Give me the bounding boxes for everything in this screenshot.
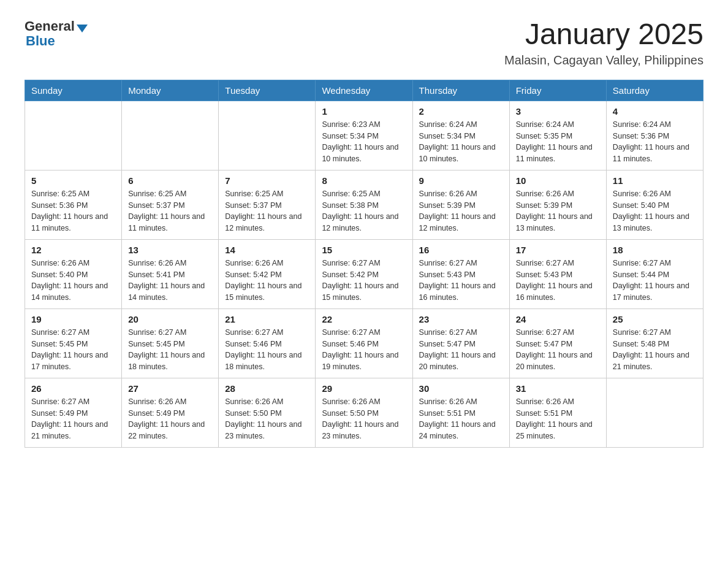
calendar-cell: 21 Sunrise: 6:27 AMSunset: 5:46 PMDaylig…: [219, 308, 316, 378]
day-info: Sunrise: 6:27 AMSunset: 5:43 PMDaylight:…: [516, 259, 593, 302]
day-info: Sunrise: 6:26 AMSunset: 5:40 PMDaylight:…: [31, 259, 108, 302]
day-info: Sunrise: 6:27 AMSunset: 5:42 PMDaylight:…: [322, 259, 398, 302]
calendar-cell: [122, 101, 219, 170]
calendar-cell: 22 Sunrise: 6:27 AMSunset: 5:46 PMDaylig…: [316, 308, 412, 378]
calendar-cell: 11 Sunrise: 6:26 AMSunset: 5:40 PMDaylig…: [606, 170, 703, 239]
day-number: 2: [419, 106, 503, 117]
calendar-cell: [25, 101, 122, 170]
calendar-cell: 2 Sunrise: 6:24 AMSunset: 5:34 PMDayligh…: [412, 101, 509, 170]
calendar-cell: 9 Sunrise: 6:26 AMSunset: 5:39 PMDayligh…: [412, 170, 509, 239]
day-number: 15: [322, 245, 406, 255]
day-info: Sunrise: 6:27 AMSunset: 5:48 PMDaylight:…: [613, 328, 689, 371]
day-number: 24: [516, 314, 600, 324]
calendar-cell: 28 Sunrise: 6:26 AMSunset: 5:50 PMDaylig…: [219, 378, 316, 447]
day-info: Sunrise: 6:26 AMSunset: 5:41 PMDaylight:…: [128, 259, 205, 302]
day-info: Sunrise: 6:25 AMSunset: 5:37 PMDaylight:…: [128, 190, 205, 232]
day-number: 28: [225, 383, 309, 394]
day-number: 31: [516, 383, 600, 394]
day-number: 20: [128, 314, 212, 324]
calendar-cell: 3 Sunrise: 6:24 AMSunset: 5:35 PMDayligh…: [509, 101, 606, 170]
calendar-cell: [219, 101, 316, 170]
logo-general-text: General: [25, 18, 75, 34]
calendar-cell: 23 Sunrise: 6:27 AMSunset: 5:47 PMDaylig…: [412, 308, 509, 378]
day-info: Sunrise: 6:25 AMSunset: 5:37 PMDaylight:…: [225, 190, 301, 232]
day-info: Sunrise: 6:23 AMSunset: 5:34 PMDaylight:…: [322, 120, 398, 163]
month-title: January 2025: [504, 18, 703, 51]
day-number: 10: [516, 175, 600, 186]
day-info: Sunrise: 6:26 AMSunset: 5:39 PMDaylight:…: [419, 190, 496, 232]
calendar-cell: 16 Sunrise: 6:27 AMSunset: 5:43 PMDaylig…: [412, 239, 509, 308]
day-info: Sunrise: 6:27 AMSunset: 5:47 PMDaylight:…: [419, 328, 496, 371]
day-info: Sunrise: 6:26 AMSunset: 5:51 PMDaylight:…: [516, 397, 593, 440]
calendar-cell: 15 Sunrise: 6:27 AMSunset: 5:42 PMDaylig…: [316, 239, 412, 308]
day-number: 13: [128, 245, 212, 255]
day-number: 8: [322, 175, 406, 186]
day-number: 1: [322, 106, 406, 117]
calendar-cell: 29 Sunrise: 6:26 AMSunset: 5:50 PMDaylig…: [316, 378, 412, 447]
calendar-cell: 31 Sunrise: 6:26 AMSunset: 5:51 PMDaylig…: [509, 378, 606, 447]
day-number: 5: [31, 175, 115, 186]
day-number: 17: [516, 245, 600, 255]
calendar-table: SundayMondayTuesdayWednesdayThursdayFrid…: [25, 80, 703, 448]
calendar-week-row: 26 Sunrise: 6:27 AMSunset: 5:49 PMDaylig…: [25, 378, 703, 447]
day-info: Sunrise: 6:27 AMSunset: 5:44 PMDaylight:…: [613, 259, 689, 302]
day-info: Sunrise: 6:26 AMSunset: 5:50 PMDaylight:…: [322, 397, 398, 440]
calendar-cell: 14 Sunrise: 6:26 AMSunset: 5:42 PMDaylig…: [219, 239, 316, 308]
day-info: Sunrise: 6:25 AMSunset: 5:36 PMDaylight:…: [31, 190, 108, 232]
day-number: 21: [225, 314, 309, 324]
day-number: 7: [225, 175, 309, 186]
calendar-header-row: SundayMondayTuesdayWednesdayThursdayFrid…: [25, 80, 703, 101]
calendar-cell: 10 Sunrise: 6:26 AMSunset: 5:39 PMDaylig…: [509, 170, 606, 239]
day-info: Sunrise: 6:26 AMSunset: 5:42 PMDaylight:…: [225, 259, 301, 302]
day-info: Sunrise: 6:24 AMSunset: 5:34 PMDaylight:…: [419, 120, 496, 163]
day-number: 4: [613, 106, 697, 117]
calendar-cell: 19 Sunrise: 6:27 AMSunset: 5:45 PMDaylig…: [25, 308, 122, 378]
logo-blue-text: Blue: [26, 33, 88, 49]
calendar-cell: 5 Sunrise: 6:25 AMSunset: 5:36 PMDayligh…: [25, 170, 122, 239]
day-number: 3: [516, 106, 600, 117]
calendar-week-row: 5 Sunrise: 6:25 AMSunset: 5:36 PMDayligh…: [25, 170, 703, 239]
calendar-cell: 24 Sunrise: 6:27 AMSunset: 5:47 PMDaylig…: [509, 308, 606, 378]
calendar-cell: 25 Sunrise: 6:27 AMSunset: 5:48 PMDaylig…: [606, 308, 703, 378]
calendar-cell: 26 Sunrise: 6:27 AMSunset: 5:49 PMDaylig…: [25, 378, 122, 447]
calendar-week-row: 19 Sunrise: 6:27 AMSunset: 5:45 PMDaylig…: [25, 308, 703, 378]
calendar-cell: 6 Sunrise: 6:25 AMSunset: 5:37 PMDayligh…: [122, 170, 219, 239]
title-block: January 2025 Malasin, Cagayan Valley, Ph…: [504, 18, 703, 67]
logo-triangle-icon: [77, 25, 88, 33]
day-number: 25: [613, 314, 697, 324]
day-number: 26: [31, 383, 115, 394]
day-info: Sunrise: 6:26 AMSunset: 5:39 PMDaylight:…: [516, 190, 593, 232]
calendar-cell: 13 Sunrise: 6:26 AMSunset: 5:41 PMDaylig…: [122, 239, 219, 308]
day-info: Sunrise: 6:25 AMSunset: 5:38 PMDaylight:…: [322, 190, 398, 232]
col-header-tuesday: Tuesday: [219, 80, 316, 101]
day-number: 27: [128, 383, 212, 394]
location-title: Malasin, Cagayan Valley, Philippines: [504, 53, 703, 67]
day-info: Sunrise: 6:27 AMSunset: 5:46 PMDaylight:…: [322, 328, 398, 371]
calendar-cell: 4 Sunrise: 6:24 AMSunset: 5:36 PMDayligh…: [606, 101, 703, 170]
day-info: Sunrise: 6:24 AMSunset: 5:35 PMDaylight:…: [516, 120, 593, 163]
day-number: 16: [419, 245, 503, 255]
calendar-cell: 7 Sunrise: 6:25 AMSunset: 5:37 PMDayligh…: [219, 170, 316, 239]
day-info: Sunrise: 6:24 AMSunset: 5:36 PMDaylight:…: [613, 120, 689, 163]
calendar-week-row: 12 Sunrise: 6:26 AMSunset: 5:40 PMDaylig…: [25, 239, 703, 308]
calendar-cell: 12 Sunrise: 6:26 AMSunset: 5:40 PMDaylig…: [25, 239, 122, 308]
calendar-cell: 17 Sunrise: 6:27 AMSunset: 5:43 PMDaylig…: [509, 239, 606, 308]
calendar-cell: 8 Sunrise: 6:25 AMSunset: 5:38 PMDayligh…: [316, 170, 412, 239]
day-number: 18: [613, 245, 697, 255]
day-number: 22: [322, 314, 406, 324]
calendar-cell: 18 Sunrise: 6:27 AMSunset: 5:44 PMDaylig…: [606, 239, 703, 308]
day-info: Sunrise: 6:26 AMSunset: 5:49 PMDaylight:…: [128, 397, 205, 440]
col-header-thursday: Thursday: [412, 80, 509, 101]
day-number: 9: [419, 175, 503, 186]
day-info: Sunrise: 6:27 AMSunset: 5:47 PMDaylight:…: [516, 328, 593, 371]
page-header: General Blue January 2025 Malasin, Cagay…: [25, 18, 703, 67]
day-info: Sunrise: 6:26 AMSunset: 5:51 PMDaylight:…: [419, 397, 496, 440]
calendar-cell: [606, 378, 703, 447]
day-info: Sunrise: 6:27 AMSunset: 5:46 PMDaylight:…: [225, 328, 301, 371]
col-header-friday: Friday: [509, 80, 606, 101]
day-info: Sunrise: 6:27 AMSunset: 5:49 PMDaylight:…: [31, 397, 108, 440]
day-info: Sunrise: 6:26 AMSunset: 5:50 PMDaylight:…: [225, 397, 301, 440]
day-number: 11: [613, 175, 697, 186]
day-number: 23: [419, 314, 503, 324]
calendar-cell: 27 Sunrise: 6:26 AMSunset: 5:49 PMDaylig…: [122, 378, 219, 447]
